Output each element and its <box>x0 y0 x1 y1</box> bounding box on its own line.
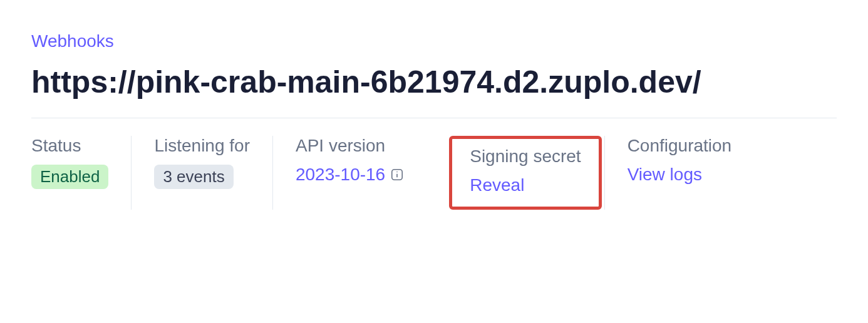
signing-secret-block: Signing secret Reveal <box>470 146 581 195</box>
breadcrumb-webhooks[interactable]: Webhooks <box>31 31 837 51</box>
listening-block: Listening for 3 events <box>131 136 272 210</box>
events-badge[interactable]: 3 events <box>154 165 233 189</box>
api-version-label: API version <box>296 136 404 156</box>
listening-label: Listening for <box>154 136 250 156</box>
configuration-label: Configuration <box>628 136 732 156</box>
signing-secret-label: Signing secret <box>470 146 581 167</box>
info-icon[interactable] <box>390 168 404 182</box>
page-title: https://pink-crab-main-6b21974.d2.zuplo.… <box>31 64 837 100</box>
api-version-block: API version 2023-10-16 <box>272 136 426 210</box>
breadcrumb-label: Webhooks <box>31 31 114 51</box>
view-logs-link[interactable]: View logs <box>628 165 732 185</box>
api-version-link[interactable]: 2023-10-16 <box>296 165 404 185</box>
configuration-block: Configuration View logs <box>604 136 755 210</box>
divider <box>31 118 837 118</box>
api-version-value: 2023-10-16 <box>296 165 385 185</box>
status-label: Status <box>31 136 108 156</box>
view-logs-label: View logs <box>628 165 702 185</box>
svg-point-2 <box>396 172 398 173</box>
signing-secret-highlight: Signing secret Reveal <box>449 136 601 210</box>
reveal-link[interactable]: Reveal <box>470 175 581 195</box>
details-row: Status Enabled Listening for 3 events AP… <box>31 136 837 210</box>
status-block: Status Enabled <box>31 136 131 210</box>
reveal-label: Reveal <box>470 175 524 195</box>
status-badge: Enabled <box>31 165 108 189</box>
